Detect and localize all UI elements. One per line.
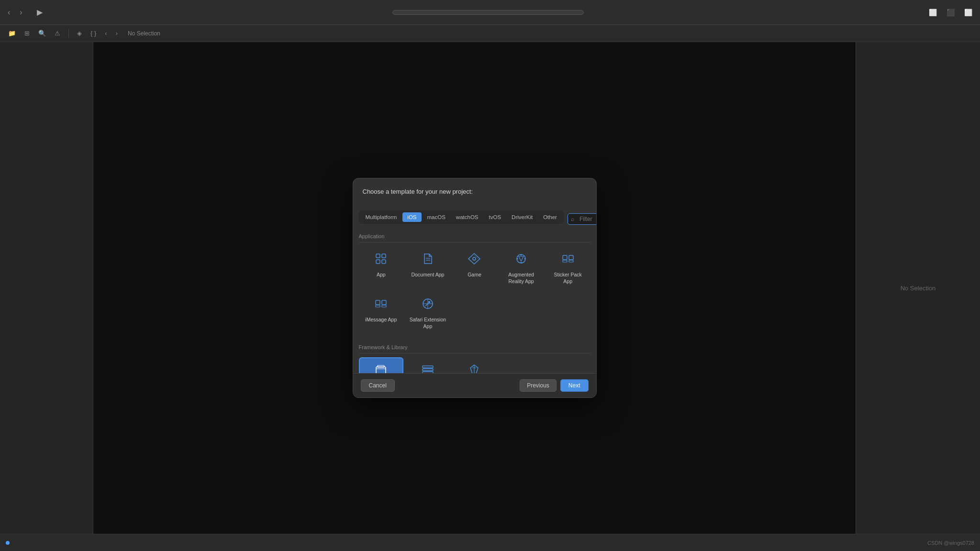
filter-wrapper: ⌕ (568, 213, 597, 225)
template-document-app[interactable]: Document App (405, 246, 450, 289)
static-library-icon (421, 363, 434, 373)
svg-rect-24 (376, 367, 386, 373)
svg-rect-1 (382, 254, 386, 258)
svg-rect-2 (376, 260, 380, 264)
imessage-app-label: iMessage App (365, 317, 397, 323)
document-app-icon (421, 252, 434, 269)
game-label: Game (468, 272, 481, 278)
toolbar-center (50, 10, 926, 15)
template-scroll-area[interactable]: Application App (353, 230, 596, 373)
tab-driverkit[interactable]: DriverKit (507, 212, 537, 222)
previous-button[interactable]: Previous (520, 379, 557, 392)
svg-rect-17 (382, 300, 386, 305)
no-selection-label: No Selection (124, 28, 164, 39)
svg-rect-0 (376, 254, 380, 258)
tab-macos[interactable]: macOS (423, 212, 450, 222)
modal-header: Choose a template for your new project: (353, 178, 596, 207)
panel-left-button[interactable]: ⬜ (926, 7, 940, 18)
svg-rect-3 (382, 260, 386, 264)
chevron-left-icon[interactable]: ‹ (102, 29, 109, 38)
back-button[interactable]: ‹ (5, 6, 13, 19)
attribution-label: CSDN @wings0728 (927, 540, 974, 546)
chevron-right-icon[interactable]: › (113, 29, 120, 38)
content-area: Choose a template for your new project: … (93, 42, 856, 534)
right-panel: No Selection (856, 42, 980, 534)
modal-overlay: Choose a template for your new project: … (93, 42, 856, 534)
nav-buttons: ‹ › (5, 6, 25, 19)
template-app[interactable]: App (359, 246, 404, 289)
tab-multiplatform[interactable]: Multiplatform (361, 212, 402, 222)
code-icon[interactable]: { } (88, 29, 99, 38)
svg-point-9 (517, 258, 518, 260)
platform-tabs: Multiplatform iOS macOS watchOS tvOS Dri… (359, 210, 564, 224)
sticker-pack-icon (561, 252, 575, 269)
left-sidebar (0, 42, 93, 534)
template-sticker-pack[interactable]: Sticker Pack App (546, 246, 590, 289)
status-dot (6, 541, 10, 545)
forward-button[interactable]: › (17, 6, 25, 19)
svg-rect-18 (376, 305, 380, 307)
svg-rect-13 (569, 255, 573, 260)
template-ar-app[interactable]: Augmented Reality App (499, 246, 544, 289)
template-static-library[interactable]: Static Library (405, 357, 450, 373)
section-application-label: Application (359, 230, 590, 242)
svg-point-10 (524, 258, 526, 260)
search-toolbar-icon[interactable]: 🔍 (36, 29, 48, 38)
template-framework[interactable]: Framework (359, 357, 404, 373)
status-bar: CSDN @wings0728 (0, 534, 980, 551)
warning-icon[interactable]: ⚠ (52, 29, 63, 38)
template-imessage-app[interactable]: iMessage App (359, 291, 404, 334)
template-safari-ext[interactable]: Safari Extension App (405, 291, 450, 334)
svg-point-8 (521, 254, 522, 256)
ar-app-label: Augmented Reality App (502, 272, 540, 285)
svg-rect-28 (423, 372, 433, 373)
next-button[interactable]: Next (560, 379, 589, 392)
svg-point-6 (473, 257, 476, 260)
svg-rect-14 (563, 260, 567, 262)
status-bar-left (6, 541, 10, 545)
imessage-icon (374, 297, 388, 314)
metal-library-icon (468, 363, 481, 373)
framework-grid: Framework Static Library (359, 357, 590, 373)
template-game[interactable]: Game (452, 246, 497, 289)
document-app-label: Document App (411, 272, 444, 278)
app-label: App (377, 272, 386, 278)
template-metal-library[interactable]: Metal Library (452, 357, 497, 373)
tabs-filter-row: Multiplatform iOS macOS watchOS tvOS Dri… (353, 207, 596, 230)
grid-icon[interactable]: ⊞ (22, 29, 32, 38)
sticker-pack-label: Sticker Pack App (549, 272, 587, 285)
game-icon (468, 252, 481, 269)
svg-rect-16 (376, 300, 380, 305)
divider-1 (68, 29, 69, 38)
section-framework-label: Framework & Library (359, 341, 590, 353)
cancel-button[interactable]: Cancel (361, 379, 395, 392)
svg-rect-15 (569, 260, 573, 262)
svg-rect-27 (423, 369, 433, 371)
svg-rect-12 (563, 255, 567, 260)
safari-ext-label: Safari Extension App (409, 317, 446, 330)
svg-rect-26 (423, 366, 433, 368)
tab-ios[interactable]: iOS (402, 212, 421, 222)
panel-bottom-button[interactable]: ⬛ (944, 7, 958, 18)
toolbar-right: ⬜ ⬛ ⬜ (926, 7, 975, 18)
new-project-dialog: Choose a template for your new project: … (353, 178, 597, 398)
framework-icon (374, 363, 388, 373)
main-toolbar: ‹ › ▶ ⬜ ⬛ ⬜ (0, 0, 980, 25)
modal-footer: Cancel Previous Next (353, 373, 596, 397)
footer-right-buttons: Previous Next (520, 379, 588, 392)
tab-other[interactable]: Other (538, 212, 562, 222)
tab-tvos[interactable]: tvOS (484, 212, 506, 222)
scheme-selector[interactable] (392, 10, 584, 15)
diff-icon[interactable]: ◈ (75, 29, 84, 38)
app-icon (374, 252, 388, 269)
folder-icon[interactable]: 📁 (6, 29, 18, 38)
run-button[interactable]: ▶ (33, 6, 46, 19)
safari-ext-icon (421, 297, 434, 314)
application-grid: App Document App (359, 246, 590, 335)
filter-search-icon: ⌕ (571, 216, 574, 222)
svg-rect-19 (382, 305, 386, 307)
tab-watchos[interactable]: watchOS (451, 212, 483, 222)
panel-right-button[interactable]: ⬜ (961, 7, 975, 18)
svg-point-11 (521, 262, 522, 264)
main-layout: Choose a template for your new project: … (0, 42, 980, 534)
